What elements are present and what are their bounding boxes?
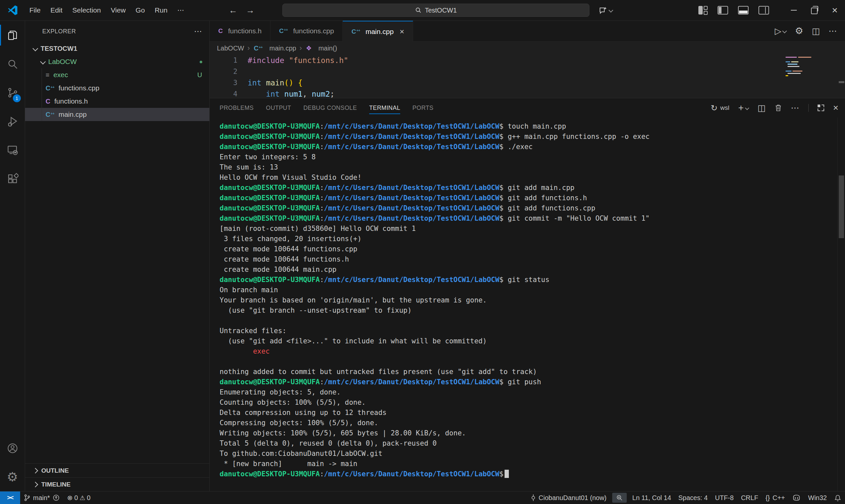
customize-layout-button[interactable] <box>699 6 708 14</box>
git-status-badge: U <box>197 71 202 79</box>
activitybar-remote-explorer-icon[interactable] <box>0 136 25 164</box>
file-type-icon <box>46 111 54 119</box>
copilot-status-item[interactable] <box>789 491 805 504</box>
remote-indicator-button[interactable]: >< <box>0 491 20 504</box>
terminal-instance[interactable]: ↻ wsl <box>711 103 729 113</box>
menu-item[interactable]: ⋯ <box>172 4 189 16</box>
breadcrumb-separator: › <box>247 44 249 52</box>
outline-section-header[interactable]: OUTLINE <box>25 464 209 477</box>
breadcrumb-item[interactable]: LabOCW › <box>217 44 251 52</box>
minimap[interactable] <box>786 56 822 86</box>
account-sync-status-item[interactable]: CiobanuDanut01 (now) <box>527 491 610 504</box>
cursor-position-item[interactable]: Ln 11, Col 14 <box>629 491 675 504</box>
file-type-icon <box>351 28 360 35</box>
code-editor[interactable]: 1#include "functions.h"23int main() {4 i… <box>210 55 845 98</box>
platform-item[interactable]: Win32 <box>805 491 830 504</box>
chevron-right-icon <box>33 482 38 487</box>
warnings-icon: ⚠ <box>80 494 85 502</box>
activity-bar: 1 ⚙ <box>0 21 25 491</box>
zoom-status-item[interactable] <box>612 493 627 503</box>
zoom-in-icon <box>616 494 623 501</box>
chevron-right-icon <box>33 468 38 473</box>
split-terminal-icon[interactable]: ◫ <box>758 103 766 113</box>
chevron-down-icon <box>745 106 749 110</box>
explorer-more-actions-icon[interactable]: ⋯ <box>194 27 203 36</box>
nav-forward-icon[interactable]: → <box>246 5 255 16</box>
publish-sync-icon <box>52 494 60 501</box>
kill-terminal-icon[interactable] <box>775 104 782 112</box>
close-panel-icon[interactable]: × <box>833 103 839 113</box>
command-center-search[interactable]: TestOCW1 <box>282 4 589 17</box>
panel-tab[interactable]: DEBUG CONSOLE <box>304 102 357 114</box>
window-restore-button[interactable] <box>804 0 825 20</box>
editor-tab[interactable]: functions.h × <box>210 21 271 41</box>
editor-tab[interactable]: main.cpp × <box>343 21 413 41</box>
explorer-file-item[interactable]: main.cpp <box>25 108 209 121</box>
new-terminal-button[interactable]: + <box>738 103 748 113</box>
menu-item[interactable]: File <box>24 4 46 16</box>
menu-item[interactable]: Run <box>150 4 173 16</box>
activitybar-source-control-icon[interactable]: 1 <box>0 78 25 107</box>
indentation-item[interactable]: Spaces: 4 <box>675 491 711 504</box>
encoding-item[interactable]: UTF-8 <box>711 491 737 504</box>
editor-settings-gear-icon[interactable]: ⚙ <box>795 25 803 37</box>
accounts-icon[interactable] <box>0 434 25 463</box>
editor-more-actions-icon[interactable]: ⋯ <box>828 26 837 36</box>
activitybar-extensions-icon[interactable] <box>0 164 25 193</box>
file-type-icon <box>279 28 288 35</box>
menu-bar: FileEditSelectionViewGoRun⋯ <box>24 4 189 16</box>
explorer-file-item[interactable]: functions.cpp <box>25 82 209 95</box>
explorer-sidebar: EXPLORER ⋯ TESTOCW1 LabOCW ● <box>25 21 210 491</box>
copilot-icon <box>792 494 801 502</box>
run-or-debug-button[interactable]: ▷ <box>775 26 786 36</box>
tree-root-testocw1[interactable]: TESTOCW1 <box>25 42 209 55</box>
panel-more-actions-icon[interactable]: ⋯ <box>791 103 799 113</box>
activitybar-run-debug-icon[interactable] <box>0 107 25 136</box>
problems-status-item[interactable]: ⊗ 0 ⚠ 0 <box>64 491 94 504</box>
panel-tab[interactable]: TERMINAL <box>369 102 400 114</box>
menu-item[interactable]: Go <box>131 4 150 16</box>
search-value: TestOCW1 <box>425 6 457 14</box>
breadcrumb-item[interactable]: main.cpp › <box>254 44 303 52</box>
toggle-primary-sidebar-button[interactable] <box>718 6 728 15</box>
copilot-menu-button[interactable] <box>598 5 613 15</box>
eol-item[interactable]: CRLF <box>737 491 762 504</box>
explorer-file-item[interactable]: functions.h <box>25 95 209 108</box>
timeline-section-header[interactable]: TIMELINE <box>25 477 209 491</box>
code-lines: 1#include "functions.h"23int main() {4 i… <box>210 55 845 98</box>
editor-tab[interactable]: functions.cpp × <box>271 21 343 41</box>
search-icon <box>415 7 422 14</box>
language-mode-item[interactable]: {} C++ <box>762 491 789 504</box>
explorer-file-item[interactable]: exec U <box>25 68 209 82</box>
breadcrumb-item[interactable]: main() <box>306 44 337 52</box>
window-minimize-button[interactable] <box>783 0 804 20</box>
tree-folder-labocw[interactable]: LabOCW ● <box>25 55 209 68</box>
panel-tab[interactable]: OUTPUT <box>266 102 291 114</box>
sidebar-title: EXPLORER <box>42 28 76 35</box>
scrollbar-thumb[interactable] <box>839 176 844 238</box>
split-editor-icon[interactable]: ◫ <box>812 26 820 36</box>
window-close-button[interactable]: × <box>825 0 845 20</box>
maximize-panel-icon[interactable] <box>817 105 824 111</box>
activitybar-search-icon[interactable] <box>0 50 25 78</box>
menu-item[interactable]: View <box>106 4 131 16</box>
menu-item[interactable]: Edit <box>46 4 67 16</box>
manage-gear-icon[interactable]: ⚙ <box>0 463 25 491</box>
menu-item[interactable]: Selection <box>67 4 106 16</box>
errors-icon: ⊗ <box>67 494 73 502</box>
editor-tab-bar: functions.h × functions.cpp × main.cpp <box>210 21 845 41</box>
branch-status-item[interactable]: main* <box>20 491 64 504</box>
toggle-secondary-sidebar-button[interactable] <box>758 6 769 15</box>
notifications-bell-item[interactable] <box>830 491 845 504</box>
status-bar: >< main* ⊗ 0 ⚠ 0 CiobanuDanut01 (now) <box>0 491 845 504</box>
panel-tab[interactable]: PROBLEMS <box>220 102 254 114</box>
nav-back-icon[interactable]: ← <box>229 5 237 16</box>
panel-tab[interactable]: PORTS <box>412 102 434 114</box>
chevron-down-icon <box>33 46 38 52</box>
terminal-output[interactable]: danutocw@DESKTOP-U3MQUFA:/mnt/c/Users/Da… <box>210 118 845 491</box>
terminal-scrollbar[interactable] <box>838 118 845 491</box>
scm-badge: 1 <box>13 94 21 102</box>
activitybar-explorer-icon[interactable] <box>0 21 25 50</box>
toggle-panel-button[interactable] <box>738 6 748 15</box>
tab-close-icon[interactable]: × <box>399 27 404 36</box>
